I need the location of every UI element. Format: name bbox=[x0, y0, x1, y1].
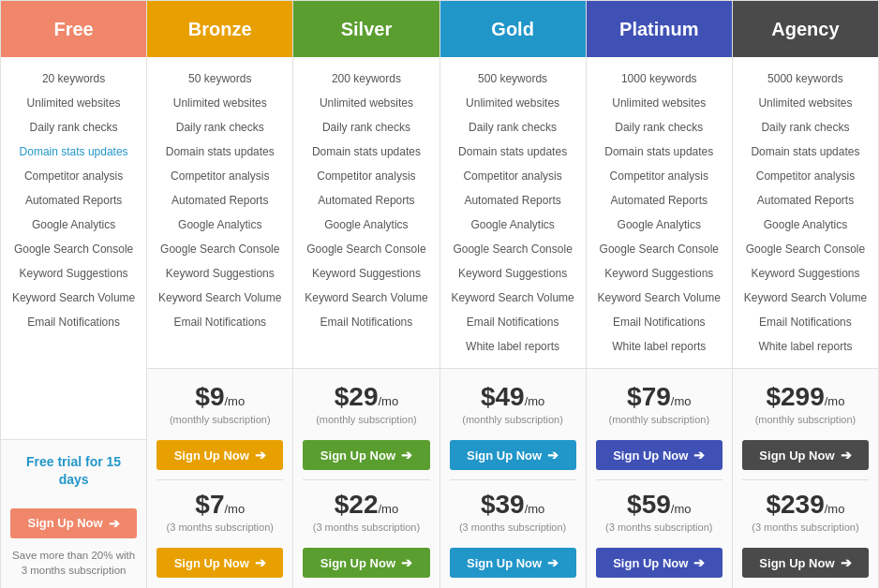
arrow-icon: ➔ bbox=[109, 516, 120, 531]
monthly-period: /mo bbox=[525, 394, 545, 408]
monthly-sub: (monthly subscription) bbox=[450, 414, 576, 425]
feature-row: Domain stats updates bbox=[594, 140, 724, 164]
feature-row: Google Search Console bbox=[155, 237, 285, 261]
feature-row: Keyword Suggestions bbox=[448, 261, 578, 286]
feature-row: Google Search Console bbox=[8, 237, 139, 261]
plan-header-free: Free bbox=[1, 1, 146, 57]
feature-row: Google Analytics bbox=[448, 213, 578, 237]
feature-row: Automated Reports bbox=[155, 188, 285, 213]
feature-row: Keyword Search Volume bbox=[594, 286, 724, 310]
quarterly-period: /mo bbox=[225, 502, 246, 516]
feature-row: Google Analytics bbox=[8, 213, 139, 237]
arrow-icon: ➔ bbox=[401, 448, 412, 463]
feature-row: Email Notifications bbox=[448, 310, 578, 334]
feature-row: Email Notifications bbox=[8, 310, 139, 334]
feature-row: Google Search Console bbox=[740, 237, 871, 261]
feature-row: Domain stats updates bbox=[740, 140, 871, 164]
feature-row: Automated Reports bbox=[301, 188, 431, 213]
feature-row: Google Analytics bbox=[301, 213, 431, 237]
features-section-platinum: 1000 keywordsUnlimited websitesDaily ran… bbox=[587, 57, 732, 369]
signup-button-free-monthly[interactable]: Sign Up Now ➔ bbox=[10, 508, 137, 538]
feature-row: 200 keywords bbox=[301, 66, 431, 91]
feature-row: Email Notifications bbox=[301, 310, 431, 334]
pricing-table: Free20 keywordsUnlimited websitesDaily r… bbox=[0, 0, 879, 588]
quarterly-price-block: $39/mo(3 months subscription) bbox=[450, 490, 576, 533]
arrow-icon: ➔ bbox=[547, 555, 559, 570]
features-section-free: 20 keywordsUnlimited websitesDaily rank … bbox=[1, 57, 146, 440]
plan-header-gold: Gold bbox=[440, 1, 586, 57]
signup-button-agency-quarterly[interactable]: Sign Up Now ➔ bbox=[742, 548, 869, 578]
signup-button-platinum-quarterly[interactable]: Sign Up Now ➔ bbox=[596, 548, 723, 578]
feature-row: White label reports bbox=[448, 334, 578, 359]
quarterly-sub: (3 months subscription) bbox=[742, 522, 869, 533]
feature-row: Google Search Console bbox=[301, 237, 431, 261]
pricing-section-gold: $49/mo(monthly subscription)Sign Up Now … bbox=[440, 369, 586, 588]
monthly-sub: (monthly subscription) bbox=[156, 414, 283, 425]
monthly-price: $79 bbox=[627, 382, 671, 411]
monthly-price: $29 bbox=[335, 382, 379, 411]
feature-row: Google Search Console bbox=[448, 237, 578, 261]
signup-button-agency-monthly[interactable]: Sign Up Now ➔ bbox=[742, 440, 869, 470]
quarterly-sub: (3 months subscription) bbox=[303, 522, 429, 533]
quarterly-price: $39 bbox=[481, 490, 525, 519]
feature-row: Daily rank checks bbox=[301, 115, 431, 140]
feature-row: 500 keywords bbox=[448, 66, 578, 91]
arrow-icon: ➔ bbox=[841, 448, 852, 463]
plan-col-agency: Agency5000 keywordsUnlimited websitesDai… bbox=[733, 1, 878, 588]
arrow-icon: ➔ bbox=[401, 555, 412, 570]
feature-row: Keyword Search Volume bbox=[8, 286, 139, 310]
monthly-sub: (monthly subscription) bbox=[742, 414, 869, 425]
arrow-icon: ➔ bbox=[255, 555, 266, 570]
features-section-gold: 500 keywordsUnlimited websitesDaily rank… bbox=[440, 57, 586, 369]
signup-button-platinum-monthly[interactable]: Sign Up Now ➔ bbox=[596, 440, 723, 470]
feature-row: Unlimited websites bbox=[8, 91, 139, 115]
plan-col-platinum: Platinum1000 keywordsUnlimited websitesD… bbox=[587, 1, 733, 588]
monthly-price-block: $299/mo(monthly subscription) bbox=[742, 382, 869, 425]
signup-button-bronze-monthly[interactable]: Sign Up Now ➔ bbox=[156, 440, 283, 470]
feature-row: Daily rank checks bbox=[8, 115, 139, 140]
feature-row: Unlimited websites bbox=[594, 91, 724, 115]
quarterly-price-block: $7/mo(3 months subscription) bbox=[156, 490, 283, 533]
feature-row: Google Analytics bbox=[594, 213, 724, 237]
feature-row: Keyword Search Volume bbox=[301, 286, 431, 310]
quarterly-price: $7 bbox=[195, 490, 224, 519]
feature-row: Unlimited websites bbox=[740, 91, 871, 115]
feature-row: Google Analytics bbox=[155, 213, 285, 237]
feature-row: Competitor analysis bbox=[594, 164, 724, 188]
feature-row: Google Analytics bbox=[740, 213, 871, 237]
feature-row: Keyword Search Volume bbox=[155, 286, 285, 310]
feature-row: Keyword Suggestions bbox=[155, 261, 285, 286]
feature-row: Daily rank checks bbox=[740, 115, 871, 140]
signup-button-gold-quarterly[interactable]: Sign Up Now ➔ bbox=[450, 548, 576, 578]
signup-button-gold-monthly[interactable]: Sign Up Now ➔ bbox=[450, 440, 576, 470]
features-section-agency: 5000 keywordsUnlimited websitesDaily ran… bbox=[733, 57, 878, 369]
monthly-price: $9 bbox=[195, 382, 224, 411]
feature-row: Daily rank checks bbox=[594, 115, 724, 140]
arrow-icon: ➔ bbox=[841, 555, 852, 570]
features-section-bronze: 50 keywordsUnlimited websitesDaily rank … bbox=[147, 57, 292, 369]
quarterly-price-block: $22/mo(3 months subscription) bbox=[303, 490, 429, 533]
feature-row: Domain stats updates bbox=[155, 140, 285, 164]
feature-row: Competitor analysis bbox=[301, 164, 431, 188]
quarterly-sub: (3 months subscription) bbox=[450, 522, 576, 533]
pricing-section-silver: $29/mo(monthly subscription)Sign Up Now … bbox=[293, 369, 439, 588]
feature-row: Domain stats updates bbox=[301, 140, 431, 164]
pricing-section-agency: $299/mo(monthly subscription)Sign Up Now… bbox=[733, 369, 878, 588]
feature-row: Keyword Suggestions bbox=[8, 261, 139, 286]
monthly-price-block: $79/mo(monthly subscription) bbox=[596, 382, 723, 425]
arrow-icon: ➔ bbox=[693, 448, 705, 463]
signup-button-silver-monthly[interactable]: Sign Up Now ➔ bbox=[303, 440, 429, 470]
quarterly-period: /mo bbox=[378, 502, 398, 516]
monthly-period: /mo bbox=[671, 394, 692, 408]
feature-row: Keyword Suggestions bbox=[301, 261, 431, 286]
plan-col-silver: Silver200 keywordsUnlimited websitesDail… bbox=[293, 1, 440, 588]
signup-button-bronze-quarterly[interactable]: Sign Up Now ➔ bbox=[156, 548, 283, 578]
quarterly-price-block: $239/mo(3 months subscription) bbox=[742, 490, 869, 533]
signup-button-silver-quarterly[interactable]: Sign Up Now ➔ bbox=[303, 548, 429, 578]
feature-row: Email Notifications bbox=[740, 310, 871, 334]
save-text: Save more than 20% with 3 months subscri… bbox=[10, 548, 137, 578]
feature-row: Keyword Search Volume bbox=[740, 286, 871, 310]
feature-row: Domain stats updates bbox=[448, 140, 578, 164]
feature-row: Google Search Console bbox=[594, 237, 724, 261]
feature-row: Domain stats updates bbox=[8, 140, 139, 164]
